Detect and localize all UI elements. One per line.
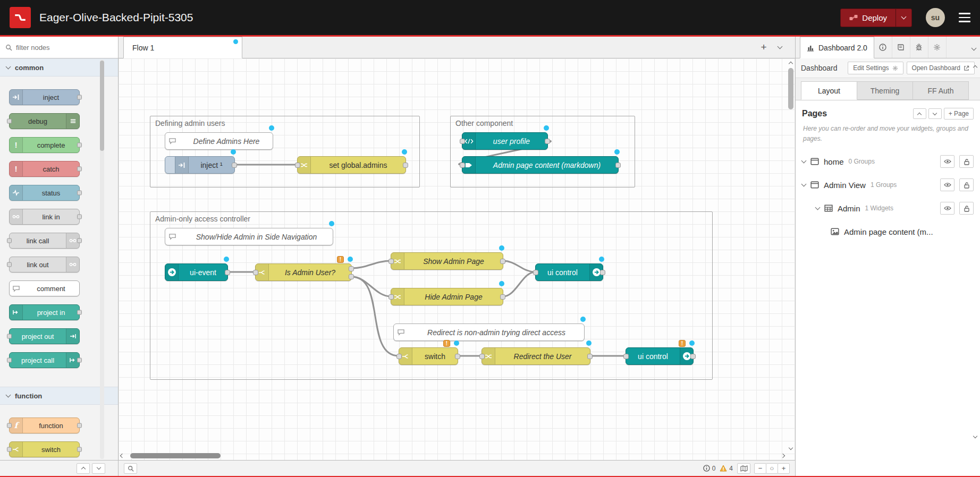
- input-port[interactable]: [7, 423, 12, 428]
- node-comment-define-admins[interactable]: Define Admins Here: [165, 132, 273, 150]
- output-port[interactable]: [500, 294, 505, 300]
- filter-nodes-input[interactable]: [16, 44, 101, 52]
- lock-button[interactable]: [959, 155, 974, 168]
- error-count[interactable]: 0: [703, 465, 716, 472]
- node-ui-control-2[interactable]: ui control !: [626, 347, 694, 365]
- output-port[interactable]: [77, 447, 82, 452]
- input-port[interactable]: [7, 447, 12, 452]
- zoom-reset-button[interactable]: ○: [766, 463, 778, 474]
- input-port[interactable]: [460, 139, 465, 144]
- user-avatar[interactable]: su: [926, 8, 945, 27]
- output-port[interactable]: [455, 354, 460, 359]
- navigator-toggle-button[interactable]: [737, 463, 750, 474]
- node-switch[interactable]: switch !: [399, 347, 458, 365]
- tree-row-admin-group[interactable]: Admin 1 Widgets: [796, 197, 980, 220]
- flow-list-button[interactable]: [772, 40, 788, 55]
- canvas-horizontal-scrollbar[interactable]: [120, 453, 785, 459]
- palette-node-link-in[interactable]: link in: [9, 209, 80, 225]
- output-port[interactable]: [545, 139, 550, 144]
- node-show-admin-page[interactable]: Show Admin Page: [391, 252, 503, 270]
- scrollbar-thumb[interactable]: [788, 68, 793, 109]
- group-defining-admin-users[interactable]: Defining admin users: [150, 116, 420, 188]
- lock-button[interactable]: [959, 202, 974, 215]
- input-port[interactable]: [388, 294, 394, 300]
- node-hide-admin-page[interactable]: Hide Admin Page: [391, 288, 503, 305]
- output-port-1[interactable]: [349, 266, 354, 271]
- node-comment-redirect[interactable]: Redirect is non-admin trying direct acce…: [393, 323, 585, 341]
- input-port[interactable]: [7, 358, 12, 363]
- tab-info[interactable]: [874, 37, 892, 58]
- tab-dashboard-2[interactable]: Dashboard 2.0: [800, 37, 874, 58]
- node-admin-page-content[interactable]: Admin page content (markdown): [462, 156, 619, 174]
- tab-config-nodes[interactable]: [928, 37, 947, 58]
- palette-node-link-call[interactable]: link call: [9, 233, 80, 249]
- deploy-button[interactable]: Deploy: [841, 9, 895, 27]
- palette-scrollbar[interactable]: [100, 59, 104, 459]
- collapse-categories-button[interactable]: [77, 463, 90, 474]
- zoom-out-button[interactable]: −: [754, 463, 766, 474]
- output-port[interactable]: [77, 191, 82, 195]
- zoom-in-button[interactable]: +: [778, 463, 790, 474]
- canvas-vertical-scrollbar[interactable]: [788, 59, 794, 450]
- tree-row-home[interactable]: home 0 Groups: [796, 150, 980, 173]
- input-port[interactable]: [7, 334, 12, 339]
- visibility-button[interactable]: [940, 178, 954, 191]
- palette-node-debug[interactable]: debug: [9, 113, 80, 129]
- palette-node-switch[interactable]: switch: [9, 441, 80, 457]
- node-inject[interactable]: inject ¹: [165, 156, 235, 174]
- palette-node-function[interactable]: f function: [9, 418, 80, 433]
- scrollbar-thumb[interactable]: [100, 61, 104, 151]
- palette-node-project-out[interactable]: project out: [9, 328, 80, 344]
- output-port[interactable]: [77, 95, 82, 100]
- output-port-2[interactable]: [349, 274, 354, 279]
- move-page-down-button[interactable]: [928, 108, 942, 119]
- tab-debug[interactable]: [910, 37, 928, 58]
- node-comment-show-hide-admin[interactable]: Show/Hide Admin in Side Navigation: [165, 228, 333, 245]
- output-port[interactable]: [587, 354, 593, 359]
- tab-theming[interactable]: Theming: [857, 81, 913, 100]
- scroll-down-arrow[interactable]: [789, 446, 793, 450]
- lock-button[interactable]: [959, 178, 974, 191]
- output-port[interactable]: [500, 259, 505, 264]
- output-port[interactable]: [77, 238, 82, 243]
- input-port[interactable]: [533, 270, 538, 275]
- group-other-component[interactable]: Other component: [450, 116, 635, 188]
- palette-node-link-out[interactable]: link out: [9, 257, 80, 272]
- visibility-button[interactable]: [940, 202, 954, 215]
- visibility-button[interactable]: [940, 155, 954, 168]
- tab-flow-1[interactable]: Flow 1: [123, 37, 242, 58]
- output-port[interactable]: [77, 167, 82, 172]
- sidebar-scroll-down-arrow[interactable]: [973, 434, 977, 438]
- node-ui-event[interactable]: ui-event: [165, 263, 228, 281]
- tab-ff-auth[interactable]: FF Auth: [913, 81, 969, 100]
- input-port[interactable]: [479, 354, 485, 359]
- output-port[interactable]: [225, 270, 230, 275]
- input-port[interactable]: [7, 262, 12, 267]
- output-port[interactable]: [690, 354, 696, 359]
- palette-node-project-in[interactable]: project in: [9, 304, 80, 320]
- output-port[interactable]: [77, 310, 82, 315]
- scroll-right-arrow[interactable]: [781, 454, 785, 458]
- open-dashboard-button[interactable]: Open Dashboard: [907, 62, 975, 74]
- move-page-up-button[interactable]: [913, 108, 926, 119]
- main-menu-button[interactable]: [959, 13, 970, 22]
- input-port[interactable]: [7, 119, 12, 124]
- tab-help[interactable]: [892, 37, 910, 58]
- scrollbar-thumb[interactable]: [130, 453, 221, 458]
- output-port[interactable]: [232, 163, 237, 168]
- canvas-search-button[interactable]: [124, 463, 137, 474]
- tab-layout[interactable]: Layout: [801, 81, 857, 100]
- palette-node-complete[interactable]: ! complete: [9, 137, 80, 153]
- output-port[interactable]: [77, 143, 82, 148]
- tree-row-widget-admin-page-content[interactable]: Admin page content (m...: [796, 220, 980, 243]
- node-is-admin-user[interactable]: Is Admin User? !: [255, 263, 352, 281]
- node-ui-control-1[interactable]: ui control: [535, 263, 603, 281]
- output-port[interactable]: [403, 163, 408, 168]
- palette-node-catch[interactable]: ! catch: [9, 161, 80, 177]
- expand-categories-button[interactable]: [92, 463, 105, 474]
- input-port[interactable]: [253, 270, 258, 275]
- palette-node-comment[interactable]: comment: [9, 280, 80, 296]
- input-port[interactable]: [623, 354, 629, 359]
- edit-settings-button[interactable]: Edit Settings: [848, 62, 903, 74]
- inject-trigger-button[interactable]: [165, 157, 175, 173]
